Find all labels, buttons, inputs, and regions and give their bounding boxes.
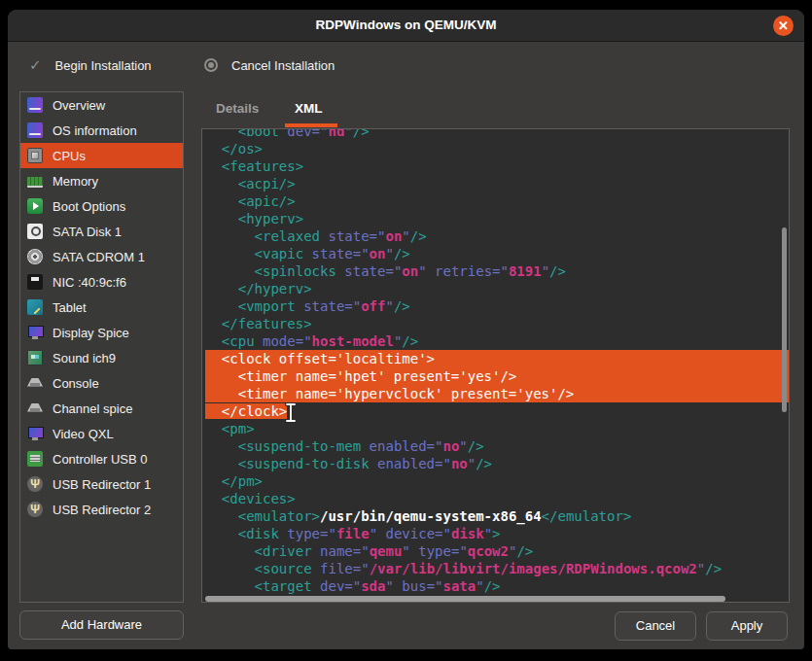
memory-icon — [27, 177, 43, 188]
record-circle-icon — [204, 58, 218, 72]
cpu-icon — [27, 148, 43, 163]
sidebar-item-tablet[interactable]: Tablet — [20, 295, 183, 320]
sidebar-item-memory[interactable]: Memory — [20, 168, 183, 193]
nic-icon — [27, 274, 43, 290]
window-title: RDPWindows on QEMU/KVM — [8, 10, 804, 41]
usb-icon — [27, 476, 43, 492]
xml-line[interactable]: <vapic state="on"/> — [205, 245, 789, 262]
xml-line[interactable]: <target dev="sda" bus="sata"/> — [205, 577, 789, 595]
xml-line[interactable]: <timer name='hpet' present='yes'/> — [205, 367, 789, 385]
xml-line[interactable]: <features> — [205, 157, 789, 175]
sidebar-item-label: OS information — [53, 123, 137, 138]
sidebar-item-usb-redirector-2[interactable]: USB Redirector 2 — [20, 497, 183, 522]
sidebar-item-controller-usb-0[interactable]: Controller USB 0 — [20, 446, 183, 471]
video-icon — [27, 426, 43, 441]
boot-options-icon — [27, 198, 43, 214]
channel-icon — [27, 400, 43, 416]
xml-line[interactable]: </hyperv> — [205, 280, 789, 297]
cancel-installation-button[interactable]: Cancel Installation — [204, 52, 335, 78]
xml-line[interactable]: <driver name="qemu" type="qcow2"/> — [205, 542, 789, 560]
cdrom-icon — [27, 249, 43, 264]
console-icon — [27, 375, 43, 391]
controller-icon — [27, 451, 43, 467]
sidebar-item-label: Boot Options — [53, 199, 125, 214]
display-icon — [27, 325, 43, 340]
overview-icon — [27, 97, 43, 113]
sidebar-item-console[interactable]: Console — [20, 370, 183, 396]
sidebar-item-label: NIC :40:9c:f6 — [53, 275, 126, 290]
sidebar-item-label: SATA Disk 1 — [53, 225, 122, 239]
disk-icon — [27, 224, 43, 239]
xml-line[interactable]: <timer name='hypervclock' present='yes'/… — [205, 385, 789, 402]
active-tab-underline — [285, 123, 337, 127]
xml-line[interactable]: <relaxed state="on"/> — [205, 227, 789, 245]
xml-line[interactable]: <boot dev="hd"/> — [205, 128, 789, 140]
xml-line[interactable]: <disk type="file" device="disk"> — [205, 525, 789, 542]
sidebar-item-sata-cdrom-1[interactable]: SATA CDROM 1 — [20, 244, 183, 269]
xml-line[interactable]: <suspend-to-mem enabled="no"/> — [205, 437, 789, 455]
horizontal-scrollbar[interactable] — [205, 596, 725, 602]
sidebar-item-nic-40-9c-f6[interactable]: NIC :40:9c:f6 — [20, 269, 183, 295]
xml-code: <boot dev="hd"/> </os> <features> <acpi/… — [205, 128, 789, 603]
sidebar-item-display-spice[interactable]: Display Spice — [20, 320, 183, 345]
xml-line[interactable]: <emulator>/usr/bin/qemu-system-x86_64</e… — [205, 507, 789, 525]
xml-line[interactable]: </os> — [205, 140, 789, 157]
sidebar-item-boot-options[interactable]: Boot Options — [20, 193, 183, 219]
os-info-icon — [27, 122, 43, 138]
sidebar-item-label: Controller USB 0 — [53, 452, 148, 467]
sidebar-item-label: Tablet — [53, 300, 87, 315]
xml-editor[interactable]: <boot dev="hd"/> </os> <features> <acpi/… — [201, 128, 790, 603]
sidebar-item-label: Memory — [53, 174, 98, 189]
sidebar-item-usb-redirector-1[interactable]: USB Redirector 1 — [20, 471, 183, 497]
sidebar-item-label: Channel spice — [53, 401, 132, 416]
usb-icon — [27, 502, 43, 517]
xml-line[interactable]: <acpi/> — [205, 175, 789, 192]
tab-details[interactable]: Details — [216, 101, 259, 121]
selection-highlight: </clock> — [205, 403, 287, 419]
sidebar-item-label: Video QXL — [53, 427, 114, 441]
sidebar-item-label: Overview — [53, 98, 105, 113]
xml-line[interactable]: </pm> — [205, 472, 789, 490]
sound-icon — [27, 350, 43, 365]
sidebar-item-label: Sound ich9 — [53, 351, 116, 365]
hardware-list: OverviewOS informationCPUsMemoryBoot Opt… — [19, 91, 184, 603]
sidebar-item-video-qxl[interactable]: Video QXL — [20, 421, 183, 446]
xml-line[interactable]: <devices> — [205, 490, 789, 507]
sidebar-item-label: Console — [53, 376, 99, 391]
text-cursor-ibeam — [284, 402, 298, 423]
sidebar-item-overview[interactable]: Overview — [20, 92, 183, 118]
cancel-button[interactable]: Cancel — [615, 611, 696, 641]
xml-line[interactable]: <source file="/var/lib/libvirt/images/RD… — [205, 560, 789, 577]
cancel-installation-label: Cancel Installation — [231, 58, 335, 73]
sidebar-item-label: CPUs — [53, 149, 86, 163]
xml-line[interactable]: <vmport state="off"/> — [205, 297, 789, 315]
apply-button[interactable]: Apply — [706, 611, 788, 641]
sidebar-item-label: USB Redirector 1 — [53, 477, 151, 492]
xml-line[interactable]: </features> — [205, 315, 789, 332]
close-icon[interactable]: ✕ — [773, 16, 794, 36]
tablet-icon — [27, 299, 43, 315]
xml-line[interactable]: <cpu mode="host-model"/> — [205, 332, 789, 350]
xml-line[interactable]: <spinlocks state="on" retries="8191"/> — [205, 262, 789, 280]
tab-xml[interactable]: XML — [295, 101, 323, 121]
sidebar-item-label: SATA CDROM 1 — [53, 250, 145, 264]
add-hardware-button[interactable]: Add Hardware — [19, 610, 184, 640]
begin-installation-button[interactable]: ✓ Begin Installation — [29, 52, 152, 78]
vertical-scrollbar[interactable] — [782, 227, 787, 412]
sidebar-item-cpus[interactable]: CPUs — [20, 143, 183, 168]
xml-line[interactable]: <clock offset='localtime'> — [205, 350, 789, 367]
check-icon: ✓ — [29, 57, 42, 73]
sidebar-item-sound-ich9[interactable]: Sound ich9 — [20, 345, 183, 370]
sidebar-item-channel-spice[interactable]: Channel spice — [20, 396, 183, 421]
sidebar-item-label: Display Spice — [53, 326, 129, 340]
sidebar-item-os-information[interactable]: OS information — [20, 118, 183, 143]
sidebar-item-label: USB Redirector 2 — [53, 503, 151, 517]
sidebar-item-sata-disk-1[interactable]: SATA Disk 1 — [20, 219, 183, 244]
vm-details-window: RDPWindows on QEMU/KVM ✕ ✓ Begin Install… — [8, 10, 804, 649]
xml-line[interactable]: <suspend-to-disk enabled="no"/> — [205, 455, 789, 472]
begin-installation-label: Begin Installation — [55, 58, 152, 73]
titlebar: RDPWindows on QEMU/KVM ✕ — [8, 10, 804, 42]
xml-line[interactable]: <apic/> — [205, 192, 789, 210]
xml-line[interactable]: <hyperv> — [205, 210, 789, 227]
